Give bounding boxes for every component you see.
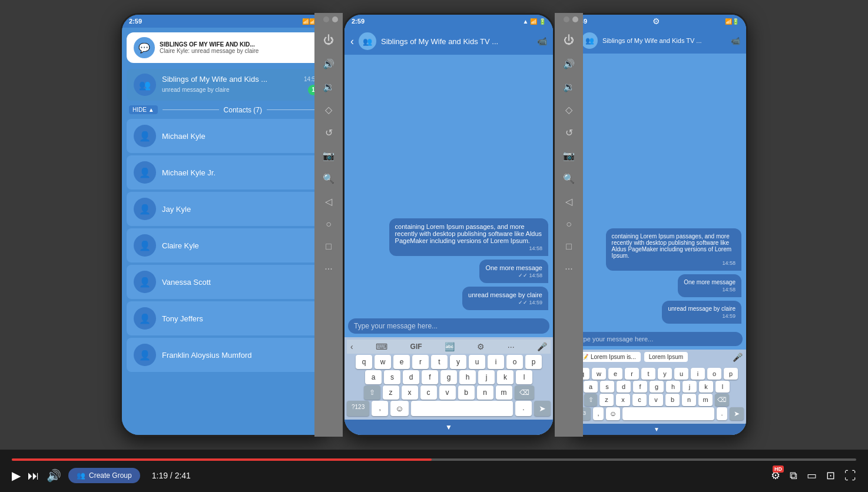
cast-button[interactable]: ⊡ bbox=[826, 469, 835, 482]
key-u-2[interactable]: u bbox=[469, 355, 485, 369]
key-j-3[interactable]: j bbox=[683, 381, 697, 393]
volume-button[interactable]: 🔊 bbox=[47, 468, 61, 483]
toolbar-mic-2[interactable]: 🎤 bbox=[537, 342, 547, 351]
key-o-2[interactable]: o bbox=[506, 355, 523, 369]
contact-jay-kyle[interactable]: 👤 Jay Kyle bbox=[127, 192, 326, 226]
key-s-2[interactable]: s bbox=[384, 370, 400, 384]
key-k-2[interactable]: k bbox=[497, 370, 513, 384]
key-r-2[interactable]: r bbox=[412, 355, 429, 369]
key-e-3[interactable]: e bbox=[608, 368, 622, 380]
key-t-3[interactable]: t bbox=[641, 368, 655, 380]
minimize-btn-1[interactable] bbox=[323, 16, 329, 22]
key-space-3[interactable] bbox=[622, 407, 714, 420]
key-h-2[interactable]: h bbox=[459, 370, 476, 384]
video-call-icon-2[interactable]: 📹 bbox=[537, 36, 547, 46]
key-j-2[interactable]: j bbox=[478, 370, 495, 384]
key-x-3[interactable]: x bbox=[616, 394, 630, 406]
toolbar-settings-2[interactable]: ⚙ bbox=[477, 342, 485, 351]
key-i-3[interactable]: i bbox=[691, 368, 705, 380]
key-i-2[interactable]: i bbox=[488, 355, 504, 369]
key-emoji-2[interactable]: ☺ bbox=[390, 401, 408, 416]
minimize-btn-2[interactable] bbox=[564, 16, 569, 22]
key-backspace-3[interactable]: ⌫ bbox=[715, 394, 729, 406]
key-backspace-2[interactable]: ⌫ bbox=[515, 385, 534, 400]
create-group-button[interactable]: 👥 Create Group bbox=[68, 468, 140, 483]
key-123-2[interactable]: ?123 bbox=[347, 401, 369, 416]
key-comma-3[interactable]: , bbox=[593, 407, 604, 420]
key-enter-3[interactable]: ➤ bbox=[730, 407, 744, 420]
key-z-3[interactable]: z bbox=[599, 394, 614, 406]
key-n-2[interactable]: n bbox=[477, 385, 493, 400]
contact-franklin[interactable]: 👤 Franklin Aloysius Mumford bbox=[127, 338, 326, 372]
key-m-3[interactable]: m bbox=[698, 394, 713, 406]
key-c-2[interactable]: c bbox=[420, 385, 437, 400]
phone2-message-input[interactable]: Type your message here... bbox=[348, 318, 549, 334]
key-w-3[interactable]: w bbox=[592, 368, 606, 380]
toolbar-back-2[interactable]: ‹ bbox=[350, 342, 353, 351]
phone3-message-input[interactable]: Type your message here... bbox=[571, 332, 743, 346]
key-d-3[interactable]: d bbox=[617, 381, 631, 393]
key-l-2[interactable]: l bbox=[516, 370, 532, 384]
key-comma-2[interactable]: , bbox=[372, 401, 388, 416]
key-v-2[interactable]: v bbox=[439, 385, 456, 400]
key-s-3[interactable]: s bbox=[600, 381, 614, 393]
key-shift-2[interactable]: ⇧ bbox=[364, 385, 380, 400]
theater-button[interactable]: ▭ bbox=[807, 469, 817, 482]
key-y-2[interactable]: y bbox=[450, 355, 466, 369]
key-b-3[interactable]: b bbox=[665, 394, 680, 406]
key-p-2[interactable]: p bbox=[525, 355, 542, 369]
key-z-2[interactable]: z bbox=[383, 385, 399, 400]
contact-tony-jeffers[interactable]: 👤 Tony Jeffers bbox=[127, 301, 326, 335]
key-f-2[interactable]: f bbox=[422, 370, 438, 384]
notification-banner[interactable]: 💬 SIBLINGS OF MY WIFE AND KID... Claire … bbox=[127, 32, 326, 63]
toolbar-gif-2[interactable]: GIF bbox=[410, 343, 422, 351]
key-f-3[interactable]: f bbox=[633, 381, 647, 393]
pip-button[interactable]: ⧉ bbox=[790, 470, 797, 482]
key-p-3[interactable]: p bbox=[724, 368, 738, 380]
key-m-2[interactable]: m bbox=[496, 385, 512, 400]
suggestion-2[interactable]: Lorem Ipsum bbox=[644, 352, 688, 362]
key-l-3[interactable]: l bbox=[715, 381, 730, 393]
key-period-2[interactable]: . bbox=[515, 401, 532, 416]
contact-claire-kyle[interactable]: 👤 Claire Kyle bbox=[127, 228, 326, 262]
key-e-2[interactable]: e bbox=[393, 355, 410, 369]
suggestion-1[interactable]: 📝 Lorem Ipsum is... bbox=[577, 352, 641, 362]
progress-bar[interactable] bbox=[12, 458, 856, 461]
nav-down-2[interactable]: ▼ bbox=[445, 423, 452, 431]
toolbar-more-2[interactable]: ··· bbox=[508, 342, 515, 351]
key-a-2[interactable]: a bbox=[365, 370, 382, 384]
fullscreen-button[interactable]: ⛶ bbox=[844, 469, 856, 483]
key-a-3[interactable]: a bbox=[584, 381, 598, 393]
key-d-2[interactable]: d bbox=[403, 370, 419, 384]
key-period-3[interactable]: . bbox=[717, 407, 727, 420]
key-b-2[interactable]: b bbox=[458, 385, 475, 400]
key-n-3[interactable]: n bbox=[682, 394, 696, 406]
key-c-3[interactable]: c bbox=[632, 394, 647, 406]
back-button-2[interactable]: ‹ bbox=[350, 35, 354, 48]
key-k-3[interactable]: k bbox=[699, 381, 713, 393]
close-btn-2[interactable] bbox=[572, 16, 578, 22]
close-btn-1[interactable] bbox=[332, 16, 338, 22]
toolbar-keyboard-2[interactable]: ⌨ bbox=[376, 342, 387, 351]
key-shift-3[interactable]: ⇧ bbox=[584, 394, 597, 406]
key-enter-2[interactable]: ➤ bbox=[534, 401, 551, 416]
nav-down-3[interactable]: ▼ bbox=[654, 426, 660, 433]
key-u-3[interactable]: u bbox=[674, 368, 688, 380]
key-g-3[interactable]: g bbox=[650, 381, 664, 393]
key-o-3[interactable]: o bbox=[707, 368, 721, 380]
video-call-icon-3[interactable]: 📹 bbox=[731, 36, 740, 45]
hide-button[interactable]: HIDE ▲ bbox=[129, 105, 158, 114]
key-q-2[interactable]: q bbox=[356, 355, 372, 369]
key-emoji-3[interactable]: ☺ bbox=[606, 407, 620, 420]
group-chat-item[interactable]: 👥 Siblings of My Wife and Kids ... 14:59… bbox=[127, 69, 326, 101]
key-y-3[interactable]: y bbox=[658, 368, 672, 380]
next-button[interactable]: ⏭ bbox=[28, 469, 39, 483]
key-w-2[interactable]: w bbox=[375, 355, 391, 369]
contact-michael-kyle-jr[interactable]: 👤 Michael Kyle Jr. bbox=[127, 155, 326, 190]
key-x-2[interactable]: x bbox=[402, 385, 418, 400]
key-space-2[interactable] bbox=[411, 401, 513, 416]
key-v-3[interactable]: v bbox=[649, 394, 663, 406]
key-r-3[interactable]: r bbox=[625, 368, 639, 380]
mic-icon-3[interactable]: 🎤 bbox=[733, 353, 743, 362]
toolbar-translate-2[interactable]: 🔤 bbox=[445, 342, 455, 351]
